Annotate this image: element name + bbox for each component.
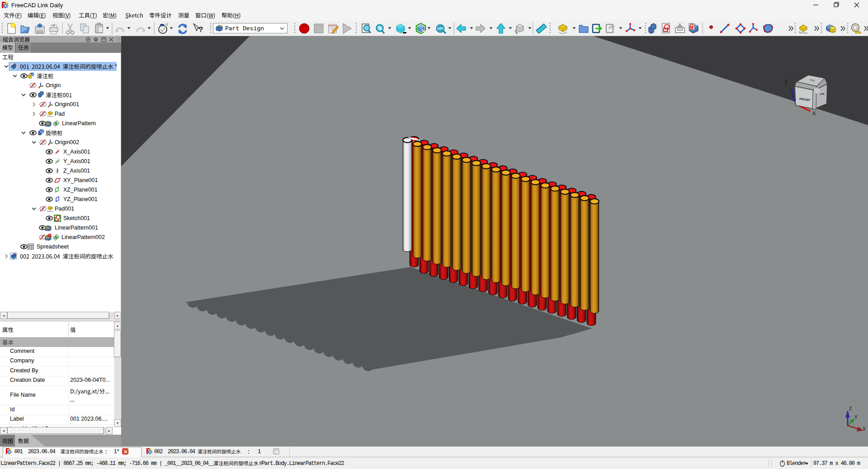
svg-text:X: X xyxy=(863,427,866,431)
svg-text:Y: Y xyxy=(854,415,858,420)
svg-text:Z: Z xyxy=(784,79,788,84)
svg-text:X: X xyxy=(812,111,816,116)
svg-text:?: ? xyxy=(198,25,203,34)
svg-text:Z: Z xyxy=(849,406,852,411)
